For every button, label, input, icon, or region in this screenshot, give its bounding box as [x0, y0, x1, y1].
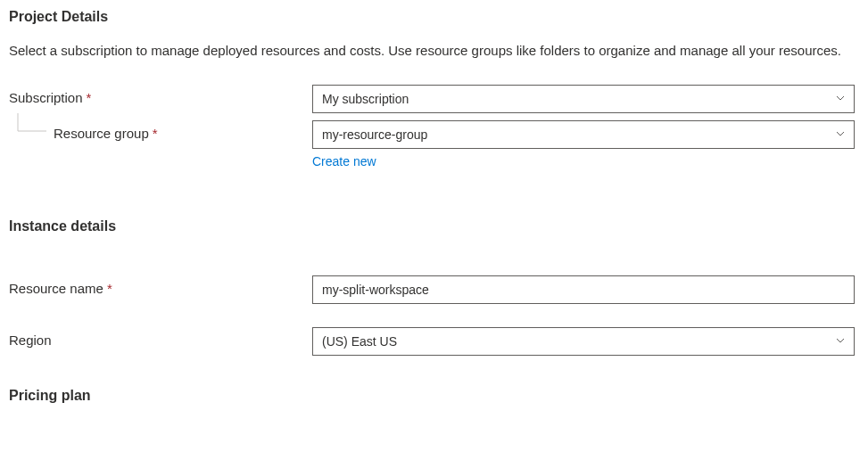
resource-name-label: Resource name — [9, 281, 103, 296]
create-new-link[interactable]: Create new — [312, 154, 376, 168]
tree-connector-icon — [9, 113, 46, 140]
resource-group-label: Resource group — [54, 126, 149, 141]
instance-details-heading: Instance details — [9, 218, 859, 234]
required-indicator: * — [87, 90, 92, 105]
project-details-heading: Project Details — [9, 9, 859, 25]
required-indicator: * — [107, 281, 112, 296]
resource-name-input[interactable] — [312, 275, 855, 304]
required-indicator: * — [153, 126, 158, 141]
resource-group-select[interactable]: my-resource-group — [312, 120, 855, 149]
project-details-description: Select a subscription to manage deployed… — [9, 41, 847, 62]
region-label: Region — [9, 333, 52, 348]
pricing-plan-heading: Pricing plan — [9, 388, 859, 404]
subscription-label: Subscription — [9, 90, 83, 105]
subscription-select[interactable]: My subscription — [312, 85, 855, 113]
region-select[interactable]: (US) East US — [312, 327, 855, 356]
